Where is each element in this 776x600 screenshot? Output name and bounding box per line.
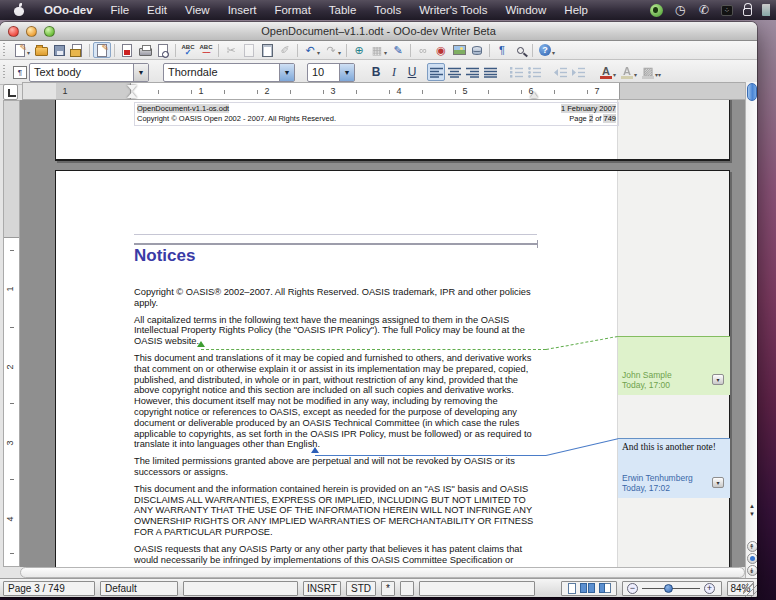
undo-icon[interactable]: ↶ [301,42,319,58]
apple-menu-icon[interactable] [14,4,25,16]
menu-insert[interactable]: Insert [219,0,266,20]
decrease-indent-icon[interactable] [551,63,569,81]
menu-file[interactable]: File [102,0,139,20]
justify-button[interactable] [481,63,499,81]
menu-tools[interactable]: Tools [365,0,410,20]
menu-format[interactable]: Format [265,0,319,20]
tab-stop-selector[interactable] [3,84,18,100]
document-workspace[interactable]: OpenDocument-v1.1-os.odt Copyright © OAS… [20,100,745,567]
input-menu-icon[interactable] [762,4,770,16]
horizontal-ruler[interactable]: 1 1 2 3 4 5 6 7 [22,82,745,100]
auto-spellcheck-icon[interactable]: ABC~~ [197,42,215,58]
lock-icon[interactable] [743,8,752,16]
page-number-field[interactable]: Page 3 / 749 [3,581,95,596]
scroll-down-icon[interactable]: ▼ [746,510,757,518]
save-icon[interactable] [50,42,68,58]
formatting-overflow-icon[interactable]: ▾ [658,71,661,78]
navigation-icon[interactable] [747,553,758,564]
single-page-view-icon[interactable] [568,583,576,594]
align-right-button[interactable] [463,63,481,81]
format-paintbrush-icon[interactable]: ✐ [276,42,294,58]
menu-table[interactable]: Table [320,0,366,20]
hyperlink-icon[interactable]: ⊕ [350,42,368,58]
zoom-slider-thumb[interactable] [664,584,673,593]
open-icon[interactable] [32,42,50,58]
zoom-slider[interactable] [642,583,700,594]
phone-icon[interactable]: ✆ [697,3,711,17]
table-icon[interactable]: ▦ [368,42,386,58]
menu-view[interactable]: View [176,0,219,20]
title-bar[interactable]: OpenDocument–v1.1.odt - OOo-dev Writer B… [0,22,757,41]
font-name-combo[interactable]: Thorndale ▼ [163,63,295,82]
spaces-icon[interactable]: ⁘ [721,5,733,16]
left-indent-marker[interactable] [127,85,137,91]
vertical-ruler[interactable]: 1 2 3 4 [3,100,20,567]
navigator-icon[interactable]: ◉ [432,42,450,58]
highlighting-icon[interactable]: A [618,63,636,81]
draw-functions-icon[interactable]: ✎ [389,42,407,58]
menu-help[interactable]: Help [555,0,597,20]
data-sources-icon[interactable] [468,42,486,58]
comment-anchor-green[interactable] [197,341,205,347]
language-field[interactable] [183,581,298,596]
bullet-list-icon[interactable] [525,63,543,81]
redo-icon[interactable]: ↷ [322,42,340,58]
italic-button[interactable]: I [385,63,403,81]
new-document-icon[interactable] [11,42,29,58]
menu-edit[interactable]: Edit [138,0,176,20]
scroll-up-icon[interactable]: ▲ [746,502,757,510]
toolbar-grip[interactable] [3,43,8,57]
gallery-icon[interactable] [450,42,468,58]
note-menu-button[interactable]: ▾ [712,374,724,385]
insert-mode-field[interactable]: INSRT [303,581,341,596]
bold-button[interactable]: B [367,63,385,81]
copy-icon[interactable] [240,42,258,58]
spellcheck-icon[interactable]: ABC✓ [179,42,197,58]
selection-mode-field[interactable]: STD [346,581,376,596]
numbered-list-icon[interactable] [507,63,525,81]
page-style-field[interactable]: Default [100,581,178,596]
nonprinting-characters-icon[interactable]: ¶ [493,42,511,58]
vertical-scrollbar[interactable]: ▲ ▼ ↟ ↡ [745,82,757,578]
book-view-icon[interactable] [599,583,611,593]
toolbar-grip2[interactable] [3,65,8,79]
zoom-icon[interactable] [511,42,529,58]
cut-icon[interactable]: ✂ [222,42,240,58]
right-indent-marker[interactable] [530,92,538,98]
email-icon[interactable] [68,42,86,58]
font-size-dropdown-icon[interactable]: ▼ [339,64,354,81]
vertical-scroll-thumb[interactable] [747,83,757,101]
multi-page-view-icon[interactable] [580,583,595,593]
background-color-icon[interactable]: ▨ [639,63,657,81]
page-2[interactable]: OpenDocument-v1.1-os.odt Copyright © OAS… [55,100,730,161]
comment-note-blue[interactable]: And this is another note! Erwin Tenhumbe… [618,438,730,498]
paste-icon[interactable] [258,42,276,58]
find-replace-icon[interactable]: ∞ [414,42,432,58]
styles-formatting-icon[interactable]: ¶ [11,64,29,80]
document-text[interactable]: Notices Copyright © OASIS® 2002–2007. Al… [134,245,536,567]
align-center-button[interactable] [445,63,463,81]
time-machine-icon[interactable]: ◷ [673,3,687,17]
note-menu-button[interactable]: ▾ [712,477,724,488]
previous-page-icon[interactable]: ↟ [747,541,758,552]
font-color-dropdown-icon[interactable]: ▾ [613,71,616,78]
increase-indent-icon[interactable] [569,63,587,81]
font-name-dropdown-icon[interactable]: ▼ [279,64,294,81]
menu-window[interactable]: Window [496,0,555,20]
align-left-button[interactable] [427,63,445,81]
resize-grip[interactable] [743,583,757,597]
page-3[interactable]: Notices Copyright © OASIS® 2002–2007. Al… [55,170,730,567]
menu-app[interactable]: OOo-dev [35,0,102,20]
apply-style-dropdown-icon[interactable]: ▼ [133,64,148,81]
apply-style-combo[interactable]: Text body ▼ [29,63,149,82]
zoom-in-icon[interactable]: + [704,583,715,594]
menu-writers-tools[interactable]: Writer's Tools [410,0,496,20]
chat-icon[interactable] [650,4,663,17]
help-icon[interactable]: ? [536,42,554,58]
font-size-combo[interactable]: 10 ▼ [307,63,355,82]
print-icon[interactable] [136,42,154,58]
comment-anchor-blue[interactable] [311,447,319,453]
next-page-icon[interactable]: ↡ [747,565,758,576]
export-pdf-icon[interactable] [118,42,136,58]
zoom-out-icon[interactable]: − [627,583,638,594]
